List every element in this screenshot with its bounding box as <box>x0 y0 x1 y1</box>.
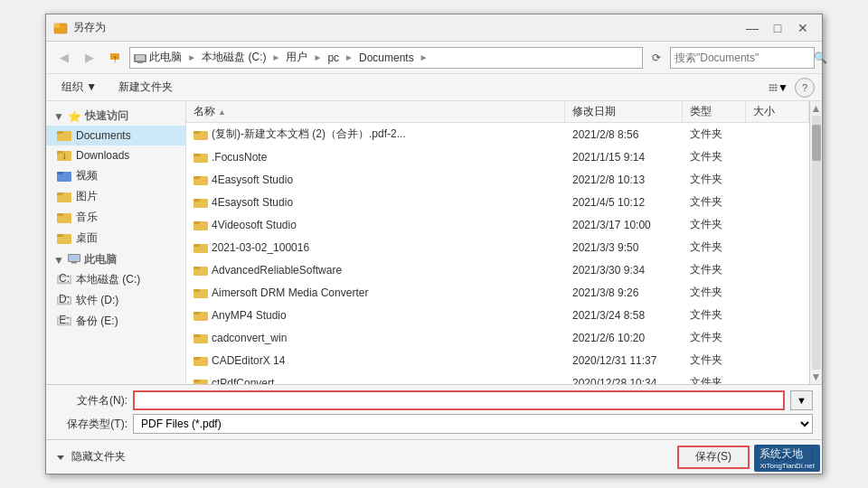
scroll-up-button[interactable]: ▲ <box>811 103 822 114</box>
help-button[interactable]: ? <box>795 78 815 98</box>
table-row[interactable]: ctPdfConvert 2020/12/28 10:34 文件夹 <box>186 371 809 384</box>
file-type-cell: 文件夹 <box>683 238 746 257</box>
save-button[interactable]: 保存(S) <box>677 446 750 469</box>
file-date-cell: 2021/3/30 9:34 <box>565 262 683 278</box>
sidebar-item-documents[interactable]: Documents <box>46 126 185 145</box>
refresh-button[interactable]: ⟳ <box>646 48 666 68</box>
folder-icon <box>193 151 208 164</box>
file-date-cell: 2021/4/5 10:12 <box>565 194 683 211</box>
col-header-size[interactable]: 大小 <box>746 101 809 122</box>
minimize-button[interactable]: ― <box>741 19 764 37</box>
sidebar-item-downloads[interactable]: ↓ Downloads <box>46 145 185 165</box>
filename-row: 文件名(N): ▼ <box>55 390 813 410</box>
folder-icon <box>193 264 208 277</box>
sidebar-item-desktop[interactable]: 桌面 <box>46 228 185 249</box>
table-row[interactable]: AdvancedReliableSoftware 2021/3/30 9:34 … <box>186 258 809 281</box>
drive-d-icon: D: <box>57 294 71 308</box>
save-as-dialog: 另存为 ― □ ✕ ◀ ▶ ↑ 此电脑 ► 本地磁盘 (C:) ► 用户 ► p… <box>45 14 823 474</box>
brand-line1: 系统天地 <box>760 446 815 462</box>
sidebar-item-ddrive[interactable]: D: 软件 (D:) <box>46 290 185 311</box>
file-name-cell: cadconvert_win <box>186 330 565 346</box>
brand-watermark: 系统天地 XiTongTianDi.net <box>754 445 820 472</box>
close-button[interactable]: ✕ <box>791 19 815 37</box>
sep1: ► <box>187 52 196 62</box>
file-name-cell: 4Esaysoft Studio <box>186 194 565 211</box>
svg-text:C:: C: <box>59 274 70 285</box>
file-date-cell: 2021/2/6 10:20 <box>565 330 683 346</box>
quick-access-header[interactable]: ▼ ⭐ 快速访问 <box>46 105 185 126</box>
new-folder-button[interactable]: 新建文件夹 <box>110 77 181 99</box>
search-icon: 🔍 <box>814 52 827 64</box>
col-header-date[interactable]: 修改日期 <box>565 101 683 122</box>
file-name-cell: (复制)-新建文本文档 (2)（合并）.pdf-2... <box>186 125 565 144</box>
sort-arrow: ▲ <box>218 108 226 117</box>
file-date-cell: 2021/2/8 10:13 <box>565 172 683 188</box>
file-date-cell: 2021/3/17 10:00 <box>565 217 683 233</box>
music-folder-icon <box>57 211 71 225</box>
col-header-type[interactable]: 类型 <box>683 101 746 122</box>
sidebar-item-music[interactable]: 音乐 <box>46 207 185 228</box>
table-row[interactable]: 4Esaysoft Studio 2021/4/5 10:12 文件夹 <box>186 191 809 213</box>
action-toolbar: 组织 ▼ 新建文件夹 ▼ ? <box>46 74 822 101</box>
col-header-name[interactable]: 名称 ▲ <box>186 101 565 122</box>
view-options-button[interactable]: ▼ <box>768 77 789 99</box>
file-date-cell: 2021/1/15 9:14 <box>565 149 683 165</box>
table-row[interactable]: 4Videosoft Studio 2021/3/17 10:00 文件夹 <box>186 213 809 236</box>
organize-button[interactable]: 组织 ▼ <box>53 77 105 99</box>
back-button[interactable]: ◀ <box>53 47 75 69</box>
scroll-track[interactable] <box>812 116 821 370</box>
dialog-title: 另存为 <box>73 20 741 35</box>
filename-dropdown-button[interactable]: ▼ <box>790 390 813 410</box>
filename-input[interactable] <box>133 390 785 410</box>
content-area: ▼ ⭐ 快速访问 Documents ↓ Downloads 视 <box>46 101 822 384</box>
hide-folders-toggle[interactable]: 隐藏文件夹 <box>55 449 126 465</box>
file-size-cell <box>746 246 809 249</box>
sidebar-item-videos[interactable]: 视频 <box>46 165 185 186</box>
table-row[interactable]: .FocusNote 2021/1/15 9:14 文件夹 <box>186 145 809 168</box>
sidebar-item-pictures[interactable]: 图片 <box>46 186 185 207</box>
filetype-select[interactable]: PDF Files (*.pdf) <box>133 414 813 434</box>
scroll-thumb[interactable] <box>812 125 821 161</box>
svg-text:D:: D: <box>59 295 70 305</box>
maximize-button[interactable]: □ <box>766 19 789 37</box>
scroll-down-button[interactable]: ▼ <box>811 371 822 382</box>
drive-e-icon: E: <box>57 314 71 329</box>
up-button[interactable]: ↑ <box>104 47 126 69</box>
forward-button[interactable]: ▶ <box>79 47 100 69</box>
sidebar-item-cdrive[interactable]: C: 本地磁盘 (C:) <box>46 269 185 290</box>
svg-rect-9 <box>775 84 778 86</box>
svg-rect-31 <box>71 262 77 264</box>
table-row[interactable]: 2021-03-02_100016 2021/3/3 9:50 文件夹 <box>186 236 809 258</box>
sep5: ► <box>420 52 429 62</box>
table-row[interactable]: CADEditorX 14 2020/12/31 11:37 文件夹 <box>186 349 809 371</box>
file-date-cell: 2020/12/31 11:37 <box>565 352 683 369</box>
scrollbar[interactable]: ▲ ▼ <box>809 101 822 384</box>
search-input[interactable] <box>671 52 814 64</box>
file-size-cell <box>746 314 809 317</box>
svg-rect-56 <box>193 289 200 292</box>
thispc-header[interactable]: ▼ 此电脑 <box>46 249 185 269</box>
table-row[interactable]: (复制)-新建文本文档 (2)（合并）.pdf-2... 2021/2/8 8:… <box>186 123 809 145</box>
address-bar[interactable]: 此电脑 ► 本地磁盘 (C:) ► 用户 ► pc ► Documents ► <box>129 47 643 69</box>
table-row[interactable]: Aimersoft DRM Media Converter 2021/3/8 9… <box>186 281 809 304</box>
table-row[interactable]: cadconvert_win 2021/2/6 10:20 文件夹 <box>186 326 809 349</box>
file-size-cell <box>746 155 809 159</box>
table-row[interactable]: AnyMP4 Studio 2021/3/24 8:58 文件夹 <box>186 304 809 326</box>
svg-rect-7 <box>769 84 772 86</box>
file-name-cell: AdvancedReliableSoftware <box>186 262 565 278</box>
brand-line2: XiTongTianDi.net <box>760 462 815 470</box>
file-name-cell: 2021-03-02_100016 <box>186 239 565 256</box>
file-type-cell: 文件夹 <box>683 328 746 347</box>
file-size-cell <box>746 268 809 272</box>
hide-folders-icon <box>55 452 66 463</box>
folder-icon <box>193 309 208 322</box>
svg-rect-15 <box>775 89 778 90</box>
file-size-cell <box>746 178 809 182</box>
folder-icon <box>193 219 208 231</box>
sidebar-item-edrive[interactable]: E: 备份 (E:) <box>46 311 185 332</box>
svg-rect-8 <box>772 84 775 86</box>
file-size-cell <box>746 336 809 340</box>
video-folder-icon <box>57 169 71 183</box>
table-row[interactable]: 4Easysoft Studio 2021/2/8 10:13 文件夹 <box>186 168 809 191</box>
picture-folder-icon <box>57 190 71 204</box>
